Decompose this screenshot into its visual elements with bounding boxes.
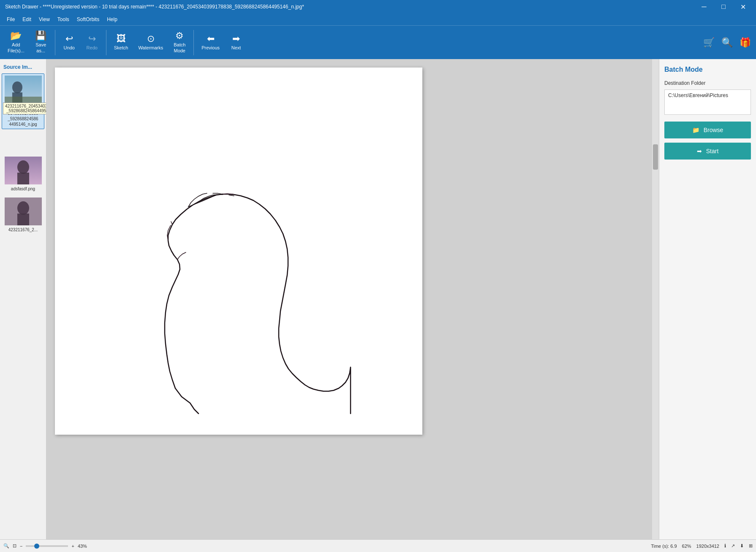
window-controls: ─ □ ✕ xyxy=(694,0,753,14)
statusbar-left: 🔍 ⊡ − + 43% xyxy=(3,543,647,549)
file-item-0[interactable]: 423211676_2045340399178838_5928688245864… xyxy=(2,73,44,129)
add-files-label: AddFile(s)... xyxy=(8,42,24,53)
title-bar: Sketch Drawer - ****Unregistered version… xyxy=(0,0,756,14)
zoom-thumb[interactable] xyxy=(34,544,39,549)
cube-icon[interactable]: 🎁 xyxy=(738,35,753,50)
menu-bar: File Edit View Tools SoftOrbits Help xyxy=(0,14,756,25)
toolbar-separator-2 xyxy=(106,30,106,55)
menu-softorbits[interactable]: SoftOrbits xyxy=(73,15,103,24)
save-as-label: Saveas... xyxy=(35,42,46,53)
watermarks-label: Watermarks xyxy=(138,45,163,51)
save-as-button[interactable]: 💾 Saveas... xyxy=(30,29,52,56)
destination-folder-label: Destination Folder xyxy=(664,80,751,86)
maximize-button[interactable]: □ xyxy=(714,0,733,14)
canvas-inner xyxy=(55,68,422,435)
svg-point-5 xyxy=(17,160,29,174)
expand-icon[interactable]: ⊞ xyxy=(749,543,753,549)
menu-file[interactable]: File xyxy=(3,15,18,24)
right-panel: Batch Mode Destination Folder C:\Users\Е… xyxy=(659,59,756,539)
batch-mode-icon: ⚙ xyxy=(175,31,184,41)
file-name-1: adsfasdf.png xyxy=(4,186,42,192)
svg-point-8 xyxy=(17,201,29,215)
redo-button[interactable]: ↪ Redo xyxy=(82,32,103,53)
zoom-search-icon[interactable]: 🔍 xyxy=(3,543,9,549)
menu-help[interactable]: Help xyxy=(103,15,121,24)
next-button[interactable]: ➡ Next xyxy=(226,32,247,53)
status-bar: 🔍 ⊡ − + 43% Time (s): 6.9 62% 1920x3412 … xyxy=(0,539,756,552)
undo-label: Undo xyxy=(64,45,75,51)
toolbar-right-icons: 🛒 🔍 🎁 xyxy=(702,35,753,50)
file-thumb-0 xyxy=(5,76,42,103)
svg-rect-10 xyxy=(55,68,422,435)
quality-percent: 62% xyxy=(682,544,691,549)
add-files-button[interactable]: 📂 AddFile(s)... xyxy=(3,29,29,56)
search-icon[interactable]: 🔍 xyxy=(720,35,734,50)
batch-mode-label: BatchMode xyxy=(174,42,185,53)
left-panel: Source Im... 4232116 xyxy=(0,59,46,539)
undo-button[interactable]: ↩ Undo xyxy=(59,32,80,53)
next-icon: ➡ xyxy=(232,34,240,43)
undo-icon: ↩ xyxy=(65,34,73,43)
batch-mode-title: Batch Mode xyxy=(664,66,751,73)
batch-mode-button[interactable]: ⚙ BatchMode xyxy=(169,29,190,56)
previous-label: Previous xyxy=(201,45,220,51)
zoom-slider[interactable] xyxy=(26,545,68,547)
toolbar: 📂 AddFile(s)... 💾 Saveas... ↩ Undo ↪ Red… xyxy=(0,25,756,59)
destination-path: C:\Users\Евгений\Pictures xyxy=(664,89,751,115)
file-item-1[interactable]: adsfasdf.png xyxy=(2,154,44,194)
svg-point-1 xyxy=(12,81,22,93)
start-arrow-icon: ➡ xyxy=(697,148,702,154)
watermarks-button[interactable]: ⊙ Watermarks xyxy=(134,32,167,53)
minimize-button[interactable]: ─ xyxy=(694,0,714,14)
redo-icon: ↪ xyxy=(88,34,96,43)
file-item-2[interactable]: 423211676_2... xyxy=(2,195,44,235)
sketch-label: Sketch xyxy=(114,45,128,51)
file-thumb-1 xyxy=(5,157,42,184)
resolution-display: 1920x3412 xyxy=(696,544,719,549)
download-icon[interactable]: ⬇ xyxy=(740,543,744,549)
zoom-value: 43% xyxy=(78,544,87,549)
file-tooltip-0: 423211676_2045340399178838_5928688245864… xyxy=(3,103,46,114)
previous-button[interactable]: ⬅ Previous xyxy=(197,32,224,53)
menu-tools[interactable]: Tools xyxy=(54,15,73,24)
main-layout: Source Im... 4232116 xyxy=(0,59,756,539)
info-icon[interactable]: ℹ xyxy=(724,543,726,549)
svg-rect-9 xyxy=(17,214,29,225)
previous-icon: ⬅ xyxy=(207,34,215,43)
redo-label: Redo xyxy=(87,45,98,51)
cart-icon[interactable]: 🛒 xyxy=(702,35,716,50)
watermarks-icon: ⊙ xyxy=(147,34,155,43)
toolbar-separator-3 xyxy=(193,30,194,55)
zoom-out-icon[interactable]: − xyxy=(20,544,22,549)
menu-edit[interactable]: Edit xyxy=(19,15,35,24)
source-panel-title: Source Im... xyxy=(2,62,44,73)
toolbar-separator-1 xyxy=(55,30,55,55)
scroll-thumb[interactable] xyxy=(653,144,658,170)
save-as-icon: 💾 xyxy=(35,31,46,41)
close-button[interactable]: ✕ xyxy=(733,0,753,14)
start-label: Start xyxy=(706,148,719,154)
statusbar-right: Time (s): 6.9 62% 1920x3412 ℹ ↗ ⬇ ⊞ xyxy=(651,543,753,549)
zoom-fit-icon[interactable]: ⊡ xyxy=(13,543,16,549)
time-display: Time (s): 6.9 xyxy=(651,544,677,549)
folder-open-icon: 📁 xyxy=(692,127,699,133)
file-name-2: 423211676_2... xyxy=(4,227,42,233)
start-button[interactable]: ➡ Start xyxy=(664,143,751,160)
browse-label: Browse xyxy=(704,127,723,133)
file-thumb-2 xyxy=(5,198,42,225)
add-files-icon: 📂 xyxy=(10,31,22,41)
browse-button[interactable]: 📁 Browse xyxy=(664,122,751,138)
window-title: Sketch Drawer - ****Unregistered version… xyxy=(3,4,694,10)
sketch-button[interactable]: 🖼 Sketch xyxy=(110,32,133,53)
next-label: Next xyxy=(231,45,241,51)
sketch-icon: 🖼 xyxy=(117,34,126,43)
share-icon[interactable]: ↗ xyxy=(731,543,735,549)
zoom-in-icon[interactable]: + xyxy=(71,544,74,549)
vertical-scrollbar[interactable] xyxy=(652,59,659,539)
menu-view[interactable]: View xyxy=(35,15,53,24)
svg-rect-6 xyxy=(17,173,29,184)
sketch-canvas xyxy=(55,68,422,435)
canvas-area xyxy=(46,59,659,539)
